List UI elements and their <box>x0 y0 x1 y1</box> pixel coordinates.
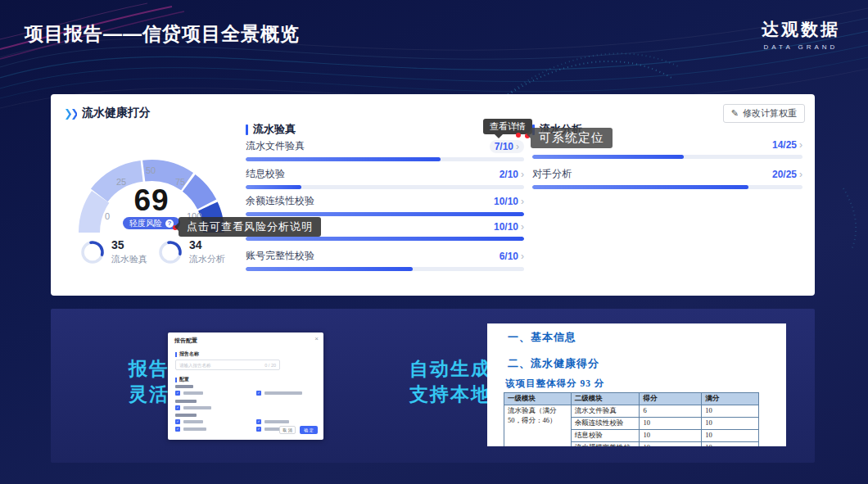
verify-row[interactable]: 流水文件验真 7/10 › <box>246 139 524 161</box>
checkbox-icon[interactable]: ✓ <box>256 427 261 432</box>
gauge-tick-50: 50 <box>146 165 156 175</box>
section-chevron-icon: ❯❯ <box>64 107 77 120</box>
substat-value: 34 <box>189 238 225 251</box>
config-checkbox-row[interactable]: ✓ <box>175 405 211 410</box>
config-checkbox-row[interactable]: ✓ <box>175 427 206 432</box>
table-cell: 余额连续性校验 <box>571 418 640 430</box>
row-label: 账号完整性校验 <box>246 249 314 263</box>
flow-health-score-card: ❯❯ 流水健康打分 ✎ 修改计算权重 0 25 50 75 100 69 轻度风… <box>51 94 815 296</box>
close-icon[interactable]: × <box>314 335 319 342</box>
header-bar <box>246 124 248 135</box>
progress-fill <box>246 185 301 189</box>
brand-logo-cn: 达观数据 <box>762 18 840 41</box>
table-cell: 结息校验 <box>571 430 640 442</box>
checkbox-label <box>183 391 203 395</box>
checkbox-icon[interactable]: ✓ <box>175 427 180 432</box>
row-score: 10/10 <box>494 221 518 233</box>
checkbox-icon[interactable]: ✓ <box>175 419 180 424</box>
cancel-button[interactable]: 取 消 <box>279 426 296 434</box>
row-score: 10/10 <box>494 196 518 207</box>
chevron-right-icon: › <box>521 169 524 180</box>
row-value[interactable]: 20/25 › <box>772 169 802 180</box>
checkbox-label <box>264 420 289 423</box>
report-name-field[interactable]: 0 / 20 <box>175 360 280 370</box>
row-label: 对手分析 <box>532 167 572 181</box>
risk-level-badge[interactable]: 轻度风险 ? <box>123 217 180 229</box>
verify-row[interactable]: 账号完整性校验 6/10 › <box>246 249 524 271</box>
progress-track <box>532 185 802 189</box>
checkbox-icon[interactable]: ✓ <box>175 391 180 396</box>
page-title: 项目报告——信贷项目全景概览 <box>25 21 300 47</box>
row-value[interactable]: 6/10 › <box>500 251 524 262</box>
detail-tooltip: 查看详情 <box>483 119 532 134</box>
progress-fill <box>532 155 684 159</box>
table-header: 二级模块 <box>571 393 640 405</box>
report-name-input[interactable] <box>179 363 245 368</box>
progress-fill <box>532 185 748 189</box>
chevron-right-icon: › <box>799 169 802 180</box>
label-text: 报告名称 <box>179 351 199 358</box>
substat-label: 流水分析 <box>189 253 225 265</box>
pencil-icon: ✎ <box>731 108 739 119</box>
row-value[interactable]: 10/10 › <box>494 196 524 207</box>
row-value[interactable]: 2/10 › <box>500 169 524 180</box>
checkbox-label <box>183 406 211 409</box>
verify-row[interactable]: 余额连续性校验 10/10 › <box>246 194 524 216</box>
row-label: 余额连续性校验 <box>246 194 314 208</box>
table-row: 流水验真（满分50，得分：46） 流水文件验真 6 10 <box>504 405 759 418</box>
table-cell: 10 <box>702 405 759 418</box>
row-value[interactable]: 7/10 › <box>490 140 524 153</box>
section-header: ❯❯ 流水健康打分 <box>64 106 151 120</box>
risk-level-label: 轻度风险 <box>129 218 162 229</box>
alert-dot <box>516 133 521 138</box>
config-group-header <box>175 385 193 388</box>
brand-logo-en: DATA GRAND <box>762 43 840 51</box>
progress-track <box>246 267 524 271</box>
row-value[interactable]: 10/10 › <box>494 221 524 233</box>
progress-fill <box>246 157 441 161</box>
bottom-panel: 报告按需 灵活配置 报告配置 × 报告名称 0 / 20 配置 ✓ <box>51 309 815 463</box>
progress-track <box>246 157 524 161</box>
substat-verify: 35 流水验真 <box>80 238 147 265</box>
health-score-value: 69 <box>66 183 237 218</box>
table-cell: 10 <box>702 430 759 442</box>
table-header: 满分 <box>702 393 759 405</box>
checkbox-icon[interactable]: ✓ <box>175 405 180 410</box>
table-cell: 10 <box>640 418 702 430</box>
locate-tooltip: 可系统定位 <box>531 128 613 148</box>
doc-score-line: 该项目整体得分 93 分 <box>505 378 604 390</box>
config-checkbox-row[interactable]: ✓ <box>175 419 203 424</box>
row-score: 7/10 <box>495 141 513 152</box>
report-name-label: 报告名称 <box>175 351 199 358</box>
doc-heading-2: 二、流水健康得分 <box>508 356 599 371</box>
progress-track <box>246 237 524 241</box>
row-value[interactable]: 14/25 › <box>772 139 802 151</box>
checkbox-icon[interactable]: ✓ <box>256 391 261 396</box>
config-group-header <box>175 414 197 417</box>
checkbox-label <box>264 391 302 395</box>
chevron-right-icon: › <box>521 221 524 233</box>
char-counter: 0 / 20 <box>264 363 276 368</box>
analysis-row[interactable]: 对手分析 20/25 › <box>532 167 802 189</box>
config-checkbox-row[interactable]: ✓ <box>256 391 302 396</box>
brand-logo: 达观数据 DATA GRAND <box>762 18 840 51</box>
progress-track <box>246 212 524 216</box>
config-label: 配置 <box>175 376 189 383</box>
substat-ring-icon <box>158 240 183 265</box>
edit-weights-button[interactable]: ✎ 修改计算权重 <box>723 104 805 123</box>
progress-track <box>246 185 524 189</box>
verify-row[interactable]: 结息校验 2/10 › <box>246 167 524 189</box>
slide: 项目报告——信贷项目全景概览 达观数据 DATA GRAND ❯❯ 流水健康打分… <box>0 0 868 484</box>
checkbox-label <box>183 427 206 431</box>
config-checkbox-row[interactable]: ✓ <box>175 391 203 396</box>
chevron-right-icon: › <box>521 251 524 262</box>
table-cell: 流水规模完整性校验 <box>571 442 640 447</box>
config-group-header <box>175 400 197 403</box>
confirm-button[interactable]: 确 定 <box>300 426 318 434</box>
checkbox-icon[interactable]: ✓ <box>256 419 261 424</box>
config-checkbox-row[interactable]: ✓ <box>256 419 289 424</box>
substat-label: 流水验真 <box>111 253 147 265</box>
table-cell: 流水文件验真 <box>571 405 640 418</box>
substat-analysis: 34 流水分析 <box>158 238 225 265</box>
verify-row[interactable]: 10/10 › <box>246 221 524 241</box>
